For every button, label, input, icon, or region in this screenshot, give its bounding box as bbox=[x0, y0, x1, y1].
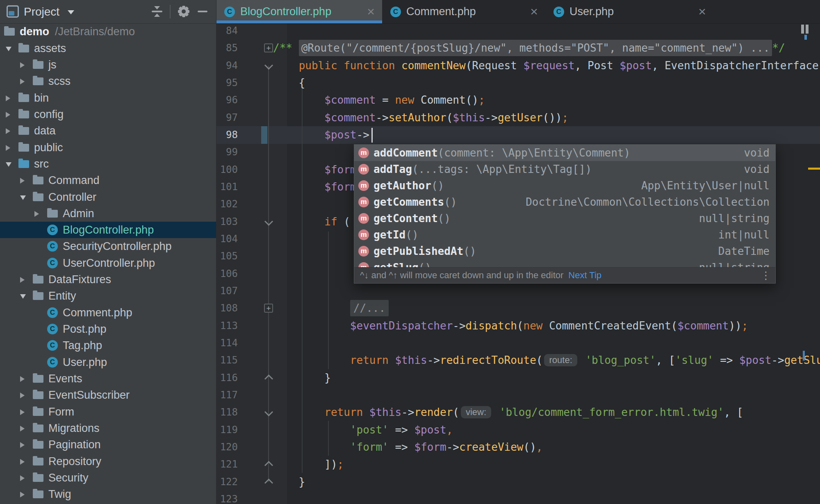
tree-item-user-php[interactable]: CUser.php bbox=[0, 354, 216, 370]
chevron-collapsed-icon[interactable] bbox=[20, 277, 25, 283]
stripe-mark-warning[interactable] bbox=[808, 168, 820, 170]
chevron-collapsed-icon[interactable] bbox=[20, 79, 25, 84]
collapse-all-icon[interactable] bbox=[151, 5, 163, 18]
tree-item-bin[interactable]: bin bbox=[0, 90, 216, 106]
line-number[interactable]: 84 bbox=[216, 22, 238, 40]
tree-item-admin[interactable]: Admin bbox=[0, 205, 216, 222]
code-line[interactable]: $comment->setAuthor($this->getUser()); bbox=[273, 109, 820, 127]
line-number[interactable]: 117 bbox=[216, 386, 238, 404]
tree-item-scss[interactable]: scss bbox=[0, 73, 216, 89]
chevron-collapsed-icon[interactable] bbox=[20, 393, 25, 398]
tree-item-blogcontroller-php[interactable]: CBlogController.php bbox=[0, 222, 216, 238]
fold-plus-icon[interactable]: + bbox=[264, 43, 273, 52]
chevron-collapsed-icon[interactable] bbox=[20, 178, 25, 184]
chevron-collapsed-icon[interactable] bbox=[6, 112, 10, 118]
tree-item-tag-php[interactable]: CTag.php bbox=[0, 337, 216, 354]
line-number[interactable]: 122 bbox=[216, 473, 238, 491]
tree-item-pagination[interactable]: Pagination bbox=[0, 436, 216, 453]
completion-list[interactable]: maddComment(comment: \App\Entity\Comment… bbox=[354, 145, 775, 268]
tab-comment-php[interactable]: CComment.php× bbox=[382, 0, 545, 23]
tree-item-entity[interactable]: Entity bbox=[0, 288, 216, 304]
line-number[interactable]: 104 bbox=[216, 230, 238, 248]
chevron-collapsed-icon[interactable] bbox=[20, 62, 25, 68]
code-line[interactable]: $comment = new Comment(); bbox=[273, 91, 820, 109]
code-line[interactable]: /** @Route("/comment/{postSlug}/new", me… bbox=[273, 39, 820, 57]
chevron-collapsed-icon[interactable] bbox=[34, 211, 39, 217]
stripe-mark-info[interactable] bbox=[803, 351, 805, 361]
reader-mode-icon[interactable] bbox=[806, 25, 809, 34]
line-number[interactable]: 85 bbox=[216, 39, 238, 57]
code-line[interactable]: ]); bbox=[273, 456, 820, 473]
completion-item-getComments[interactable]: mgetComments()Doctrine\Common\Collection… bbox=[354, 194, 775, 210]
tree-item-partial[interactable] bbox=[0, 503, 216, 504]
chevron-collapsed-icon[interactable] bbox=[6, 128, 10, 134]
tree-item-src[interactable]: src bbox=[0, 156, 216, 172]
code-line[interactable] bbox=[273, 282, 820, 300]
chevron-expanded-icon[interactable] bbox=[6, 162, 11, 167]
next-tip-link[interactable]: Next Tip bbox=[568, 268, 601, 283]
tree-item-assets[interactable]: assets bbox=[0, 40, 216, 57]
completion-item-getContent[interactable]: mgetContent()null|string bbox=[354, 210, 775, 227]
chevron-expanded-icon[interactable] bbox=[20, 294, 26, 299]
completion-item-getSlug[interactable]: mgetSlug()null|string bbox=[354, 259, 775, 268]
close-icon[interactable]: × bbox=[367, 0, 375, 23]
gear-icon[interactable] bbox=[178, 5, 190, 18]
code-line[interactable]: //... bbox=[273, 300, 820, 317]
stripe-mark-info[interactable] bbox=[804, 35, 807, 40]
tree-item-security[interactable]: Security bbox=[0, 470, 216, 486]
line-number[interactable]: 120 bbox=[216, 438, 238, 456]
code-line[interactable]: return $this->render(view: 'blog/comment… bbox=[273, 404, 820, 421]
tree-item-usercontroller-php[interactable]: CUserController.php bbox=[0, 255, 216, 271]
line-number[interactable]: 96 bbox=[216, 91, 238, 109]
tree-item-data[interactable]: data bbox=[0, 123, 216, 139]
chevron-collapsed-icon[interactable] bbox=[20, 459, 25, 465]
line-number[interactable]: 115 bbox=[216, 352, 238, 369]
line-number[interactable]: 100 bbox=[216, 161, 238, 179]
code-line[interactable]: 'form' => $form->createView(), bbox=[273, 438, 820, 456]
chevron-collapsed-icon[interactable] bbox=[20, 475, 25, 481]
line-number[interactable]: 106 bbox=[216, 265, 238, 283]
chevron-expanded-icon[interactable] bbox=[20, 195, 26, 200]
folded-region[interactable]: @Route("/comment/{postSlug}/new", method… bbox=[299, 40, 772, 56]
chevron-collapsed-icon[interactable] bbox=[20, 409, 25, 415]
line-number[interactable]: 94 bbox=[216, 57, 238, 75]
completion-item-getAuthor[interactable]: mgetAuthor()App\Entity\User|null bbox=[354, 177, 775, 194]
code-line[interactable] bbox=[273, 490, 820, 504]
line-number[interactable]: 99 bbox=[216, 143, 238, 161]
tree-item-public[interactable]: public bbox=[0, 139, 216, 156]
code-line[interactable]: $post-> bbox=[273, 126, 820, 144]
line-number[interactable]: 97 bbox=[216, 109, 238, 127]
line-number[interactable]: 121 bbox=[216, 456, 238, 473]
tree-item-config[interactable]: config bbox=[0, 106, 216, 123]
code-line[interactable]: $eventDispatcher->dispatch(new CommentCr… bbox=[273, 317, 820, 335]
project-view-switcher[interactable]: Project bbox=[24, 0, 59, 23]
tab-user-php[interactable]: CUser.php× bbox=[545, 0, 713, 23]
close-icon[interactable]: × bbox=[698, 0, 706, 23]
completion-item-addTag[interactable]: maddTag(...tags: \App\Entity\Tag[])void bbox=[354, 161, 775, 177]
completion-item-getId[interactable]: mgetId()int|null bbox=[354, 227, 775, 243]
line-number[interactable]: 108 bbox=[216, 300, 238, 317]
chevron-expanded-icon[interactable] bbox=[6, 47, 11, 51]
line-number[interactable]: 102 bbox=[216, 195, 238, 213]
tree-item-datafixtures[interactable]: DataFixtures bbox=[0, 271, 216, 288]
line-number[interactable]: 98 bbox=[216, 126, 238, 144]
tab-blogcontroller-php[interactable]: CBlogController.php× bbox=[216, 0, 382, 23]
close-icon[interactable]: × bbox=[530, 0, 538, 23]
line-number[interactable]: 107 bbox=[216, 282, 238, 300]
line-number[interactable]: 105 bbox=[216, 247, 238, 265]
tree-item-migrations[interactable]: Migrations bbox=[0, 420, 216, 436]
reader-mode-icon[interactable] bbox=[801, 25, 804, 34]
line-number[interactable]: 113 bbox=[216, 317, 238, 335]
code-line[interactable] bbox=[273, 386, 820, 404]
chevron-collapsed-icon[interactable] bbox=[20, 492, 25, 497]
tree-item-post-php[interactable]: CPost.php bbox=[0, 321, 216, 337]
line-number[interactable]: 101 bbox=[216, 178, 238, 196]
code-line[interactable]: } bbox=[273, 369, 820, 387]
tree-item-js[interactable]: js bbox=[0, 57, 216, 73]
tree-item-comment-php[interactable]: CComment.php bbox=[0, 304, 216, 321]
folded-region[interactable]: //... bbox=[350, 300, 389, 316]
code-line[interactable]: public function commentNew(Request $requ… bbox=[273, 57, 820, 75]
chevron-collapsed-icon[interactable] bbox=[20, 376, 25, 382]
tree-item-controller[interactable]: Controller bbox=[0, 189, 216, 205]
line-number[interactable]: 95 bbox=[216, 74, 238, 92]
